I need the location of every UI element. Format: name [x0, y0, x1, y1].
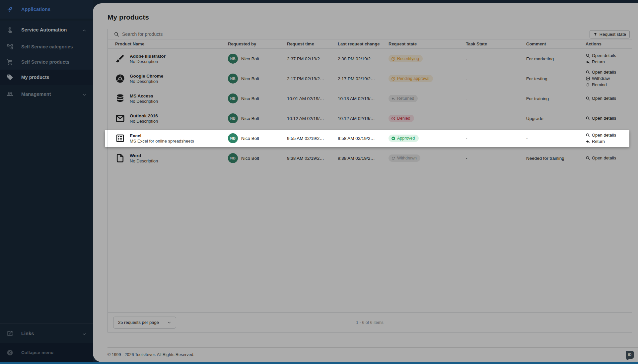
collapse-circle-icon — [7, 349, 13, 356]
page-size-select[interactable]: 25 requests per page — [113, 317, 176, 329]
cart-icon — [7, 59, 13, 65]
request-time: 10:01 AM 02/19/… — [287, 96, 338, 101]
exit-icon — [586, 76, 590, 81]
database-icon — [115, 93, 125, 103]
sidebar-item-management[interactable]: Management — [0, 85, 93, 103]
table-toolbar: Request state — [108, 29, 632, 39]
id-chat-bubble-icon[interactable]: ID — [626, 351, 634, 359]
request-time: 2:17 PM 02/19/2… — [287, 76, 338, 81]
status-badge: Pending approval — [389, 75, 433, 82]
task-state: - — [466, 76, 526, 81]
rocket-icon — [7, 6, 13, 13]
list-icon — [115, 133, 125, 143]
pagination-range: 1 - 6 of 6 items — [356, 320, 384, 325]
open-details-action[interactable]: Open details — [586, 155, 632, 161]
reply-icon — [586, 139, 590, 144]
comment: Upgrade — [526, 116, 586, 121]
sidebar-item-label: Applications — [21, 7, 50, 12]
last-request-change: 2:17 PM 02/19/2… — [338, 76, 389, 81]
open-details-action[interactable]: Open details — [586, 95, 632, 101]
return-action[interactable]: Return — [586, 139, 632, 145]
return-action[interactable]: Return — [586, 59, 632, 65]
product-name: Excel — [130, 133, 194, 139]
open-details-action[interactable]: Open details — [586, 53, 632, 59]
column-header-request-state[interactable]: Request state — [389, 41, 466, 46]
pagination-bar: 25 requests per page 1 - 6 of 6 items — [108, 312, 632, 332]
sidebar: Applications Service Automation Self Ser… — [0, 0, 93, 362]
comment: For training — [526, 96, 586, 101]
table-empty-space — [108, 168, 632, 312]
main-panel: My products Request state Product Name R… — [93, 3, 638, 362]
sidebar-item-my-products[interactable]: My products — [0, 70, 93, 85]
requester-name: Nico Bolt — [241, 136, 259, 141]
clock-icon — [391, 77, 395, 81]
collapse-menu-label: Collapse menu — [21, 350, 53, 355]
comment: - — [526, 136, 586, 141]
app: Applications Service Automation Self Ser… — [0, 0, 638, 364]
product-name: Adobe Illustrator — [130, 53, 166, 59]
column-header-comment[interactable]: Comment — [526, 41, 586, 46]
search-icon — [586, 96, 590, 101]
column-header-requested-by[interactable]: Requested by — [228, 41, 287, 46]
sidebar-item-service-automation[interactable]: Service Automation — [0, 21, 93, 39]
avatar: NB — [228, 74, 238, 84]
task-state: - — [466, 96, 526, 101]
remind-action[interactable]: Remind — [586, 82, 632, 88]
table-row: Word No Description NB Nico Bolt 9:38 AM… — [108, 148, 632, 168]
products-table-card: Request state Product Name Requested by … — [107, 29, 632, 333]
request-time: 2:37 PM 02/19/2… — [287, 56, 338, 61]
reply-icon — [391, 96, 395, 101]
search-input[interactable] — [122, 31, 590, 37]
search-icon — [586, 53, 590, 58]
file-icon — [115, 153, 125, 163]
page-size-label: 25 requests per page — [118, 320, 167, 325]
comment: Needed for training — [526, 156, 586, 161]
sidebar-item-label: Links — [21, 331, 34, 336]
product-name: MS Access — [130, 93, 158, 99]
column-header-product-name[interactable]: Product Name — [108, 41, 228, 46]
check-circle-icon — [391, 136, 395, 141]
search-icon — [586, 116, 590, 121]
comment: For testing — [526, 76, 586, 81]
last-request-change: 10:12 AM 02/19/… — [338, 116, 389, 121]
sidebar-item-links[interactable]: Links — [0, 323, 93, 343]
sidebar-group-service-automation: Service Automation Self Service categori… — [0, 21, 93, 85]
request-time: 10:12 AM 02/19/… — [287, 116, 338, 121]
column-header-task-state[interactable]: Task State — [466, 41, 526, 46]
sidebar-item-self-service-categories[interactable]: Self Service categories — [0, 39, 93, 54]
chevron-up-icon — [82, 28, 86, 32]
column-header-last-request-change[interactable]: Last request change — [338, 41, 389, 46]
product-name: Word — [130, 153, 158, 158]
requester-name: Nico Bolt — [241, 76, 259, 81]
envelope-icon — [115, 113, 125, 123]
sidebar-item-label: Management — [21, 91, 51, 97]
product-description: No Description — [130, 158, 158, 164]
tag-icon — [7, 74, 13, 81]
requester-name: Nico Bolt — [241, 56, 259, 61]
withdraw-action[interactable]: Withdraw — [586, 76, 632, 82]
request-state-filter-button[interactable]: Request state — [590, 30, 630, 38]
sitemap-icon — [7, 43, 13, 50]
requester-name: Nico Bolt — [241, 156, 259, 161]
block-icon — [391, 116, 395, 121]
product-description: No Description — [130, 119, 158, 124]
requester-name: Nico Bolt — [241, 96, 259, 101]
bottom-accent-strip — [0, 362, 638, 364]
column-header-request-time[interactable]: Request time — [287, 41, 338, 46]
sidebar-item-self-service-products[interactable]: Self Service products — [0, 54, 93, 70]
open-details-action[interactable]: Open details — [586, 132, 632, 138]
last-request-change: 2:38 PM 02/19/2… — [338, 56, 389, 61]
open-details-action[interactable]: Open details — [586, 115, 632, 121]
collapse-menu-button[interactable]: Collapse menu — [0, 343, 93, 362]
brush-icon — [115, 54, 125, 64]
chevron-down-icon — [82, 332, 86, 335]
status-badge: Recertifying — [389, 55, 423, 62]
sidebar-item-applications[interactable]: Applications — [0, 0, 93, 19]
task-state: - — [466, 116, 526, 121]
product-description: No Description — [130, 99, 158, 104]
product-description: No Description — [130, 79, 163, 84]
sidebar-spacer — [0, 103, 93, 323]
avatar: NB — [228, 153, 238, 163]
open-details-action[interactable]: Open details — [586, 69, 632, 75]
product-description: MS Excel for online spreadsheets — [130, 139, 194, 144]
